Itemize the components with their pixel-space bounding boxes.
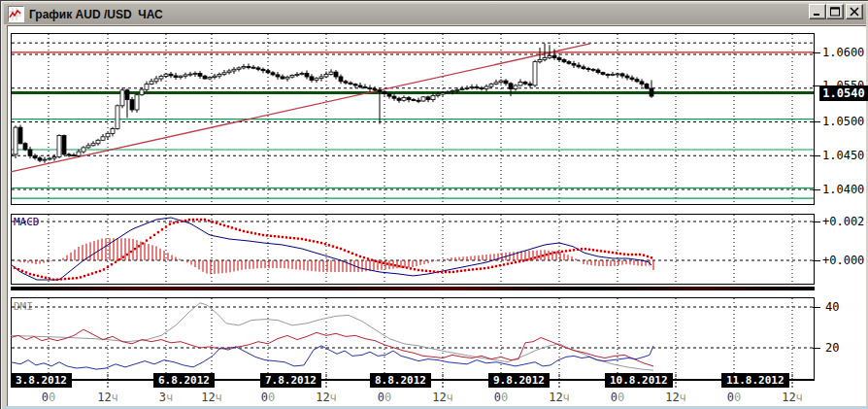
time-label: 00: [718, 391, 751, 404]
date-label: 3.8.2012: [11, 373, 72, 388]
panel-separator[interactable]: [11, 287, 815, 290]
time-label: 12ч: [659, 391, 692, 404]
dmi-tick: [813, 307, 820, 308]
chart-window: График AUD /USD ЧАС MACD DMI 1.0540 1.06…: [0, 0, 868, 409]
price-axis-label: 1.0450: [822, 149, 864, 162]
maximize-icon: [829, 7, 841, 17]
date-label: 11.8.2012: [721, 373, 789, 388]
date-label: 7.8.2012: [260, 373, 321, 388]
price-tick: [813, 121, 820, 122]
price-tick: [813, 155, 820, 156]
time-label: 00: [368, 391, 401, 404]
macd-axis-label: +0.002: [822, 215, 864, 228]
chart-icon[interactable]: [8, 6, 24, 22]
time-label: 12ч: [543, 391, 576, 404]
date-label: 10.8.2012: [605, 373, 673, 388]
time-label: 12ч: [310, 391, 343, 404]
time-label: 00: [601, 391, 634, 404]
dmi-axis-label: 40: [825, 300, 839, 314]
time-label: 12ч: [195, 391, 228, 404]
time-label: 00: [484, 391, 517, 404]
window-title: График AUD /USD ЧАС: [29, 8, 163, 21]
time-label: 12ч: [426, 391, 459, 404]
price-tick: [813, 52, 820, 53]
price-tick: [813, 189, 820, 190]
date-label: 6.8.2012: [153, 373, 215, 388]
price-axis-label: 1.0600: [822, 46, 864, 59]
time-label: 00: [32, 391, 65, 404]
date-label: 8.8.2012: [370, 373, 431, 388]
time-label: 12ч: [91, 391, 124, 404]
close-icon: [849, 7, 860, 17]
time-label: 00: [251, 391, 284, 404]
macd-chart[interactable]: [11, 214, 816, 286]
dmi-axis-label: 20: [825, 341, 839, 355]
time-label: 3ч: [150, 391, 183, 404]
macd-axis-label: +0.000: [822, 254, 864, 267]
date-label: 9.8.2012: [488, 373, 550, 388]
minimize-button[interactable]: [809, 4, 826, 19]
macd-tick: [813, 222, 820, 222]
time-label: 12ч: [776, 391, 809, 404]
minimize-icon: [812, 7, 823, 17]
dmi-tick: [813, 348, 820, 349]
close-button[interactable]: [846, 4, 863, 19]
price-axis-label: 1.0400: [822, 183, 864, 196]
current-price-badge: 1.0540: [819, 85, 868, 101]
maximize-button[interactable]: [826, 4, 844, 19]
title-bar[interactable]: График AUD /USD ЧАС: [4, 4, 866, 24]
price-axis-label: 1.0500: [822, 115, 864, 128]
candlestick-chart[interactable]: [11, 33, 816, 206]
macd-tick: [813, 260, 820, 261]
